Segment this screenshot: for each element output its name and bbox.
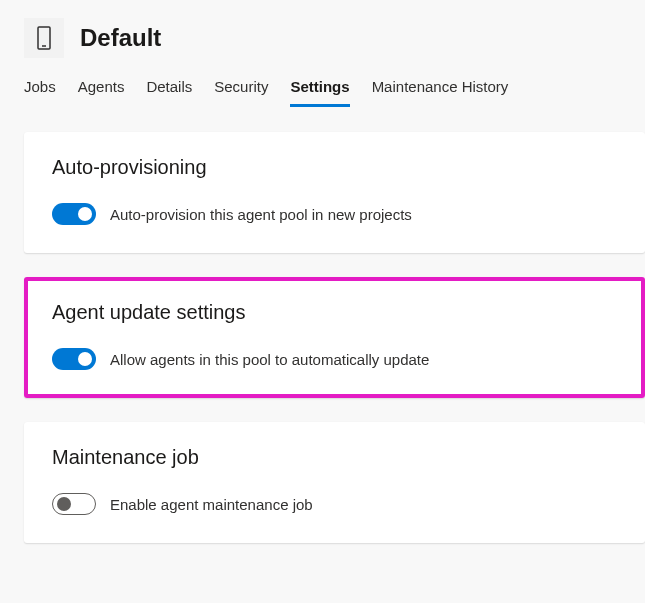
tab-maintenance-history[interactable]: Maintenance History <box>372 70 509 107</box>
agent-update-section: Agent update settings Allow agents in th… <box>24 277 645 398</box>
page-title: Default <box>80 24 161 52</box>
tab-security[interactable]: Security <box>214 70 268 107</box>
tab-jobs[interactable]: Jobs <box>24 70 56 107</box>
section-title: Auto-provisioning <box>52 156 617 179</box>
toggle-knob <box>57 497 71 511</box>
toggle-label: Auto-provision this agent pool in new pr… <box>110 206 412 223</box>
toggle-label: Enable agent maintenance job <box>110 496 313 513</box>
section-title: Maintenance job <box>52 446 617 469</box>
maintenance-job-section: Maintenance job Enable agent maintenance… <box>24 422 645 543</box>
tab-settings[interactable]: Settings <box>290 70 349 107</box>
settings-content: Auto-provisioning Auto-provision this ag… <box>0 108 645 543</box>
device-icon <box>24 18 64 58</box>
agent-update-toggle[interactable] <box>52 348 96 370</box>
maintenance-toggle[interactable] <box>52 493 96 515</box>
tab-details[interactable]: Details <box>146 70 192 107</box>
toggle-label: Allow agents in this pool to automatical… <box>110 351 429 368</box>
tab-bar: Jobs Agents Details Security Settings Ma… <box>0 70 645 108</box>
auto-provision-toggle[interactable] <box>52 203 96 225</box>
page-header: Default <box>0 0 645 70</box>
toggle-knob <box>78 207 92 221</box>
agent-update-row: Allow agents in this pool to automatical… <box>52 348 617 370</box>
section-title: Agent update settings <box>52 301 617 324</box>
maintenance-row: Enable agent maintenance job <box>52 493 617 515</box>
auto-provision-row: Auto-provision this agent pool in new pr… <box>52 203 617 225</box>
tab-agents[interactable]: Agents <box>78 70 125 107</box>
toggle-knob <box>78 352 92 366</box>
auto-provisioning-section: Auto-provisioning Auto-provision this ag… <box>24 132 645 253</box>
